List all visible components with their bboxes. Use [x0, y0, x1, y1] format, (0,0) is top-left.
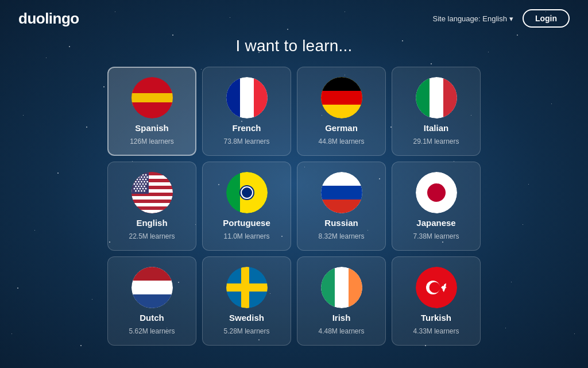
language-grid: Spanish126M learners French73.8M learner…: [0, 67, 588, 346]
svg-point-62: [141, 190, 142, 192]
svg-point-38: [139, 179, 141, 181]
svg-point-61: [138, 190, 140, 192]
svg-point-43: [141, 181, 142, 183]
svg-rect-2: [131, 90, 173, 93]
flag-swedish: [226, 267, 268, 308]
svg-point-57: [139, 188, 141, 190]
logo: duolingo: [18, 10, 79, 28]
svg-point-41: [135, 181, 137, 183]
language-learners-french: 73.8M learners: [223, 137, 269, 145]
flag-portuguese: [226, 172, 268, 213]
header-right: Site language: English ▾ Login: [433, 9, 570, 28]
svg-rect-71: [321, 186, 362, 200]
language-card-dutch[interactable]: Dutch5.62M learners: [107, 256, 196, 346]
svg-point-50: [145, 183, 146, 185]
language-name-spanish: Spanish: [135, 123, 168, 133]
svg-point-44: [144, 181, 145, 183]
language-name-portuguese: Portuguese: [223, 218, 270, 228]
language-card-japanese[interactable]: Japanese7.38M learners: [392, 162, 481, 251]
svg-rect-85: [321, 267, 335, 308]
flag-spanish: [131, 77, 173, 118]
language-learners-italian: 29.1M learners: [413, 137, 459, 145]
language-name-dutch: Dutch: [140, 313, 164, 323]
language-learners-japanese: 7.38M learners: [413, 232, 459, 240]
svg-point-39: [142, 179, 144, 181]
language-learners-swedish: 5.28M learners: [223, 327, 269, 335]
language-learners-russian: 8.32M learners: [318, 232, 364, 240]
svg-rect-82: [241, 267, 249, 308]
login-button[interactable]: Login: [523, 9, 570, 28]
svg-rect-15: [443, 77, 457, 118]
svg-point-42: [138, 181, 140, 183]
language-name-irish: Irish: [332, 313, 351, 323]
svg-point-36: [133, 179, 135, 181]
svg-rect-22: [131, 196, 173, 200]
language-name-french: French: [232, 123, 261, 133]
svg-point-51: [135, 186, 137, 187]
svg-point-34: [144, 177, 145, 178]
language-name-german: German: [325, 123, 358, 133]
language-card-french[interactable]: French73.8M learners: [202, 67, 291, 156]
language-name-turkish: Turkish: [421, 313, 451, 323]
language-card-turkish[interactable]: Turkish4.33M learners: [392, 256, 481, 346]
svg-point-35: [146, 177, 148, 178]
language-name-english: English: [136, 218, 167, 228]
flag-irish: [321, 267, 362, 308]
language-name-russian: Russian: [324, 218, 358, 228]
language-card-russian[interactable]: Russian8.32M learners: [297, 162, 386, 251]
svg-rect-23: [131, 203, 173, 206]
language-card-english[interactable]: English22.5M learners: [107, 162, 196, 251]
language-learners-spanish: 126M learners: [130, 137, 174, 145]
language-card-irish[interactable]: Irish4.48M learners: [297, 256, 386, 346]
language-learners-german: 44.8M learners: [318, 137, 364, 145]
svg-point-52: [138, 186, 140, 187]
svg-point-27: [136, 174, 138, 176]
svg-rect-72: [321, 200, 362, 213]
svg-point-56: [136, 188, 138, 190]
header: duolingo Site language: English ▾ Login: [0, 0, 588, 37]
svg-point-46: [133, 183, 135, 185]
svg-point-89: [429, 282, 440, 293]
svg-point-74: [427, 183, 446, 202]
svg-point-40: [145, 179, 146, 181]
svg-point-49: [142, 183, 144, 185]
language-name-italian: Italian: [424, 123, 448, 133]
main-content: I want to learn... Spanish126M learners …: [0, 37, 588, 346]
svg-point-45: [146, 181, 148, 183]
svg-point-29: [142, 174, 144, 176]
flag-french: [226, 77, 268, 118]
language-card-german[interactable]: German44.8M learners: [297, 67, 386, 156]
language-learners-dutch: 5.62M learners: [129, 327, 175, 335]
flag-japanese: [416, 172, 457, 213]
headline: I want to learn...: [0, 37, 588, 55]
svg-point-31: [135, 177, 137, 178]
flag-russian: [321, 172, 362, 213]
svg-point-33: [141, 177, 142, 178]
svg-rect-6: [226, 77, 240, 118]
flag-turkish: [416, 267, 457, 308]
language-learners-portuguese: 11.0M learners: [223, 232, 269, 240]
svg-point-59: [145, 188, 146, 190]
svg-point-60: [135, 190, 137, 192]
svg-point-63: [144, 190, 145, 192]
language-card-italian[interactable]: Italian29.1M learners: [392, 67, 481, 156]
site-language-selector[interactable]: Site language: English ▾: [433, 14, 513, 23]
svg-point-48: [139, 183, 141, 185]
language-learners-irish: 4.48M learners: [318, 327, 364, 335]
svg-point-58: [142, 188, 144, 190]
svg-rect-7: [254, 77, 268, 118]
language-card-swedish[interactable]: Swedish5.28M learners: [202, 256, 291, 346]
svg-point-53: [141, 186, 142, 187]
svg-rect-78: [131, 294, 173, 308]
svg-point-28: [139, 174, 141, 176]
svg-point-30: [145, 174, 146, 176]
svg-rect-77: [131, 267, 173, 281]
flag-german: [321, 77, 362, 118]
svg-rect-3: [131, 102, 173, 106]
language-learners-turkish: 4.33M learners: [413, 327, 459, 335]
svg-point-55: [133, 188, 135, 190]
svg-rect-11: [321, 91, 362, 105]
chevron-down-icon: ▾: [509, 14, 513, 23]
language-card-spanish[interactable]: Spanish126M learners: [107, 67, 196, 156]
language-card-portuguese[interactable]: Portuguese11.0M learners: [202, 162, 291, 251]
